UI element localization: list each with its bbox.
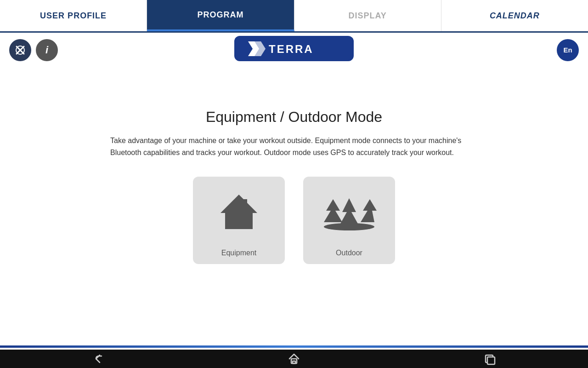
outdoor-label: Outdoor <box>336 249 362 257</box>
svg-text:TERRA: TERRA <box>269 43 314 55</box>
nav-program[interactable]: PROGRAM <box>147 0 294 31</box>
window-button[interactable] <box>476 351 504 367</box>
bottom-separator <box>0 345 588 348</box>
svg-marker-10 <box>340 198 358 224</box>
svg-point-12 <box>324 223 374 230</box>
svg-marker-9 <box>324 199 342 222</box>
svg-rect-16 <box>487 357 495 364</box>
page-title: Equipment / Outdoor Mode <box>18 109 570 126</box>
xterra-logo-svg: TERRA <box>248 40 340 57</box>
equipment-label: Equipment <box>221 249 257 257</box>
svg-marker-11 <box>361 199 377 222</box>
bottom-nav <box>0 350 588 368</box>
xterra-logo-box: TERRA <box>234 36 354 61</box>
svg-rect-8 <box>243 199 247 207</box>
house-icon <box>216 177 262 249</box>
close-icon[interactable] <box>9 39 31 61</box>
info-icon[interactable]: i <box>36 39 58 61</box>
svg-rect-14 <box>293 361 295 363</box>
nav-display[interactable]: DISPLAY <box>294 0 441 31</box>
nav-calendar[interactable]: CALENDAR <box>441 0 588 31</box>
home-button[interactable] <box>280 351 308 367</box>
nav-bar: USER PROFILE PROGRAM DISPLAY CALENDAR <box>0 0 588 33</box>
svg-rect-7 <box>234 220 243 229</box>
back-button[interactable] <box>84 351 112 367</box>
nav-user-profile[interactable]: USER PROFILE <box>0 0 147 31</box>
top-bar: i TERRA En <box>0 33 588 67</box>
mode-cards: Equipment Outdoor <box>18 177 570 264</box>
language-button[interactable]: En <box>557 39 579 61</box>
equipment-card[interactable]: Equipment <box>193 177 285 264</box>
top-bar-left: i <box>9 39 58 61</box>
logo-container: TERRA <box>234 36 354 61</box>
main-content: Equipment / Outdoor Mode Take advantage … <box>0 95 588 273</box>
page-description: Take advantage of your machine or take y… <box>110 135 478 158</box>
trees-icon <box>322 177 377 249</box>
outdoor-card[interactable]: Outdoor <box>303 177 395 264</box>
